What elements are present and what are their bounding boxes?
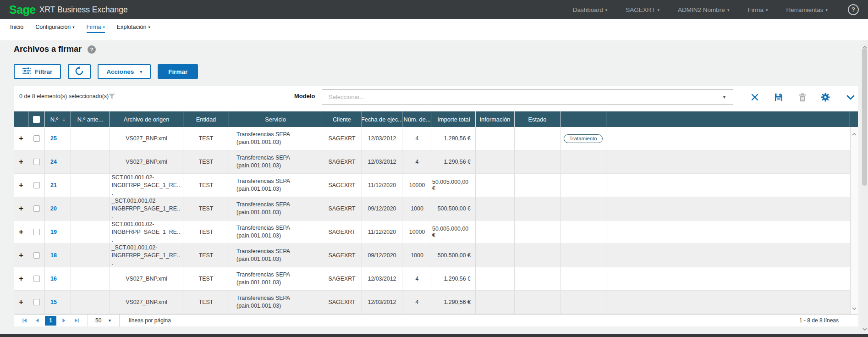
previous-file-number (71, 221, 110, 243)
page-scrollbar[interactable] (861, 40, 868, 334)
header-service[interactable]: Servicio (229, 111, 322, 127)
header-number[interactable]: N.º↓ (45, 111, 71, 127)
entity: TEST (183, 267, 229, 290)
chevron-down-icon: ▾ (148, 25, 150, 29)
row-checkbox[interactable] (33, 182, 40, 188)
total-amount: 1.290,56 € (432, 150, 476, 173)
trash-icon[interactable] (797, 92, 808, 102)
scroll-down-icon[interactable] (863, 324, 867, 332)
refresh-button[interactable] (68, 64, 91, 79)
client: SAGEXRT (322, 267, 362, 290)
header-prev-number[interactable]: N.º ante... (71, 111, 110, 127)
save-icon[interactable] (774, 92, 784, 102)
header-status-extra (560, 111, 606, 127)
scrollbar-thumb[interactable] (862, 48, 867, 186)
sign-button[interactable]: Firmar (158, 64, 198, 79)
menu-dashboard[interactable]: Dashboard▾ (573, 6, 608, 13)
row-checkbox[interactable] (33, 205, 40, 212)
next-page-button[interactable] (57, 316, 70, 326)
help-icon[interactable]: ? (848, 4, 859, 15)
header-client[interactable]: Cliente (322, 111, 362, 127)
row-checkbox[interactable] (33, 299, 40, 305)
expand-row-button[interactable]: + (14, 174, 28, 197)
row-checkbox[interactable] (33, 159, 40, 165)
nav-explotacion[interactable]: Explotación▾ (117, 24, 150, 33)
previous-file-number (71, 197, 110, 220)
expand-row-button[interactable]: + (14, 221, 28, 243)
total-amount: 1.290,56 € (432, 127, 476, 150)
top-app-bar: Sage XRT Business Exchange Dashboard▾ SA… (0, 0, 868, 19)
file-number-link[interactable]: 21 (45, 174, 71, 197)
expand-row-button[interactable]: + (14, 197, 28, 220)
menu-sagexrt[interactable]: SAGEXRT▾ (626, 6, 659, 13)
gear-icon[interactable] (820, 92, 830, 102)
estado-empty-cell (515, 221, 560, 243)
file-number-link[interactable]: 15 (45, 291, 71, 314)
select-all-checkbox[interactable] (33, 116, 40, 123)
header-exec-date[interactable]: Fecha de ejec... (362, 111, 402, 127)
client: SAGEXRT (322, 197, 362, 220)
page-help-icon[interactable]: ? (88, 45, 96, 54)
nav-firma-active[interactable]: Firma▾ (87, 24, 105, 33)
total-amount: 500.500,00 € (432, 197, 476, 220)
prev-page-button[interactable] (31, 316, 44, 326)
file-number-link[interactable]: 19 (45, 221, 71, 243)
header-entity[interactable]: Entidad (183, 111, 229, 127)
expand-row-button[interactable]: + (14, 291, 28, 314)
row-checkbox[interactable] (33, 252, 40, 259)
client: SAGEXRT (322, 291, 362, 314)
service: Transferencias SEPA (pain.001.001.03) (229, 197, 322, 220)
file-number-link[interactable]: 25 (45, 127, 71, 150)
previous-file-number (71, 267, 110, 290)
row-checkbox[interactable] (33, 135, 40, 142)
header-information[interactable]: Información (476, 111, 515, 127)
row-filler (606, 267, 850, 290)
filter-button[interactable]: Filtrar (14, 64, 61, 79)
table-scrollbar[interactable] (850, 127, 858, 314)
table-row: +25VS027_BNP.xmlTESTTransferencias SEPA … (14, 127, 850, 150)
header-source-file[interactable]: Archivo de origen (110, 111, 183, 127)
expand-row-button[interactable]: + (14, 267, 28, 290)
file-number-link[interactable]: 20 (45, 197, 71, 220)
expand-row-button[interactable]: + (14, 127, 28, 150)
total-amount: 1.290,56 € (432, 267, 476, 290)
source-file: VS027_BNP.xml (110, 127, 183, 150)
funnel-filter-icon[interactable] (109, 93, 115, 101)
current-page[interactable]: 1 (45, 316, 56, 326)
collapse-chevron-icon[interactable] (846, 92, 856, 102)
row-checkbox-cell (28, 267, 45, 290)
selection-toolbar: 0 de 8 elemento(s) seleccionado(s) Model… (14, 86, 858, 108)
scroll-up-icon[interactable] (852, 129, 857, 138)
header-total-amount[interactable]: Importe total (432, 111, 476, 127)
entity: TEST (183, 244, 229, 267)
information (476, 127, 515, 150)
page-size-select[interactable]: 50 ▼ (93, 317, 115, 324)
menu-user[interactable]: ADMIN2 Nombre▾ (678, 6, 729, 13)
scroll-down-icon[interactable] (852, 304, 857, 312)
execution-date: 12/03/2012 (362, 291, 402, 314)
expand-row-button[interactable]: + (14, 150, 28, 173)
nav-configuracion[interactable]: Configuración▾ (35, 24, 74, 33)
source-file: VS027_BNP.xml (110, 291, 183, 314)
header-count[interactable]: Núm. de... (402, 111, 432, 127)
chevron-down-icon: ▾ (658, 8, 660, 12)
header-status[interactable]: Estado (515, 111, 560, 127)
previous-file-number (71, 244, 110, 267)
menu-firma[interactable]: Firma▾ (747, 6, 768, 13)
estado-empty-cell (515, 174, 560, 197)
row-checkbox[interactable] (33, 276, 40, 282)
secondary-nav: Inicio Configuración▾ Firma▾ Explotación… (0, 19, 868, 40)
nav-inicio[interactable]: Inicio (10, 24, 23, 33)
menu-herramientas[interactable]: Herramientas▾ (786, 6, 828, 13)
file-number-link[interactable]: 16 (45, 267, 71, 290)
first-page-button[interactable] (18, 316, 31, 326)
expand-row-button[interactable]: + (14, 244, 28, 267)
model-select[interactable]: Seleccionar... ▼ (322, 89, 733, 105)
row-checkbox[interactable] (33, 229, 40, 235)
file-number-link[interactable]: 18 (45, 244, 71, 267)
actions-dropdown-button[interactable]: Acciones ▾ (98, 64, 151, 79)
last-page-button[interactable] (70, 316, 83, 326)
clear-icon[interactable] (750, 92, 760, 102)
file-number-link[interactable]: 24 (45, 150, 71, 173)
header-select-all[interactable] (28, 111, 45, 127)
